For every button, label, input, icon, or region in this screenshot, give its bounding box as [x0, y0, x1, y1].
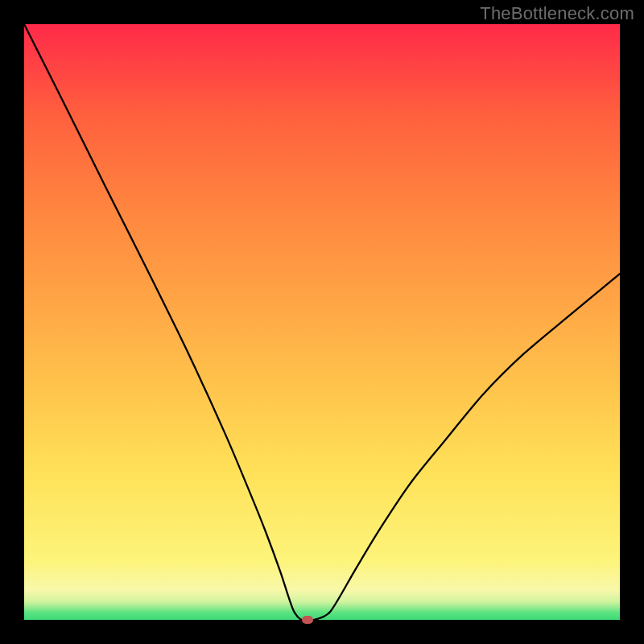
bottleneck-marker: [302, 616, 313, 624]
chart-frame: TheBottleneck.com: [0, 0, 644, 644]
plot-area: [24, 24, 620, 620]
watermark-text: TheBottleneck.com: [480, 3, 634, 24]
bottleneck-curve: [24, 24, 620, 620]
